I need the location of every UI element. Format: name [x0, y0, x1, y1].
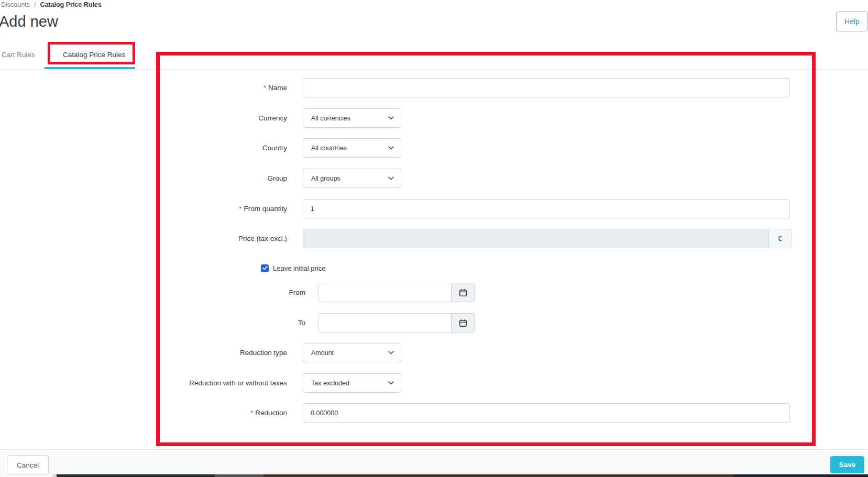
form-row-reduction: *Reduction	[0, 403, 790, 423]
calendar-icon	[459, 289, 467, 297]
from-date-input[interactable]	[318, 283, 452, 302]
reduction-type-label: Reduction type	[0, 343, 287, 362]
reduction-taxes-label: Reduction with or without taxes	[0, 373, 287, 393]
currency-suffix-addon: €	[768, 229, 792, 248]
required-asterisk: *	[250, 409, 253, 417]
save-button[interactable]: Save	[830, 456, 864, 473]
form-row-country: Country All countries	[0, 138, 401, 158]
chevron-down-icon	[388, 146, 394, 150]
group-select-value: All groups	[311, 175, 340, 182]
price-input	[303, 229, 769, 248]
chevron-down-icon	[388, 176, 394, 180]
form-row-reduction-taxes: Reduction with or without taxes Tax excl…	[0, 373, 401, 393]
tab-bar: Cart Rules Catalog Price Rules	[0, 40, 868, 70]
from-quantity-label: *From quantity	[0, 199, 287, 218]
to-date-picker-button[interactable]	[451, 313, 475, 332]
form-row-currency: Currency All currencies	[0, 108, 401, 128]
form-row-leave-initial-price: Leave initial price	[261, 263, 325, 273]
breadcrumb-parent[interactable]: Discounts	[1, 1, 30, 8]
form-row-from-quantity: *From quantity	[0, 199, 790, 218]
form-row-reduction-type: Reduction type Amount	[0, 343, 401, 362]
country-select-value: All countries	[311, 145, 347, 152]
form-row-price: Price (tax excl.) €	[0, 229, 792, 248]
leave-initial-price-label: Leave initial price	[273, 264, 325, 272]
price-input-group: €	[303, 229, 792, 248]
group-label: Group	[0, 169, 287, 188]
tab-catalog-price-rules[interactable]: Catalog Price Rules	[63, 40, 125, 69]
reduction-type-select[interactable]: Amount	[303, 343, 401, 362]
reduction-type-select-value: Amount	[311, 349, 334, 357]
from-date-label: From	[0, 283, 305, 302]
leave-initial-price-checkbox[interactable]	[261, 264, 269, 272]
breadcrumb: Discounts / Catalog Price Rules	[1, 1, 102, 8]
reduction-input[interactable]	[303, 403, 790, 423]
to-date-input[interactable]	[318, 313, 452, 332]
country-label: Country	[0, 138, 287, 158]
form-row-from-date: From	[0, 283, 475, 302]
calendar-icon	[459, 319, 467, 327]
tab-cart-rules[interactable]: Cart Rules	[2, 40, 35, 69]
name-input[interactable]	[303, 78, 790, 97]
reduction-label: *Reduction	[0, 403, 287, 423]
reduction-taxes-select[interactable]: Tax excluded	[303, 373, 401, 393]
currency-label: Currency	[0, 108, 287, 128]
page-title: Add new	[0, 13, 58, 30]
breadcrumb-separator: /	[34, 1, 36, 8]
footer-bar: Cancel Save	[0, 449, 868, 477]
form-row-group: Group All groups	[0, 169, 401, 188]
active-tab-underline	[45, 67, 135, 69]
bottom-edge-strip	[52, 474, 57, 477]
check-icon	[262, 266, 268, 270]
required-asterisk: *	[239, 205, 241, 213]
required-asterisk: *	[263, 84, 266, 92]
bottom-edge-strip	[215, 474, 263, 477]
country-select[interactable]: All countries	[303, 138, 401, 158]
bottom-edge-strip	[733, 474, 868, 477]
form-row-to-date: To	[0, 313, 475, 332]
currency-select-value: All currencies	[311, 115, 350, 122]
to-date-label: To	[0, 313, 305, 332]
form-row-name: *Name	[0, 78, 790, 97]
group-select[interactable]: All groups	[303, 169, 401, 188]
reduction-taxes-select-value: Tax excluded	[311, 380, 349, 387]
chevron-down-icon	[388, 116, 394, 120]
from-quantity-input[interactable]	[303, 199, 790, 218]
chevron-down-icon	[388, 381, 394, 385]
currency-select[interactable]: All currencies	[303, 108, 401, 128]
price-label: Price (tax excl.)	[0, 229, 287, 248]
bottom-edge-strip	[57, 474, 215, 477]
cancel-button[interactable]: Cancel	[7, 456, 49, 474]
from-date-picker-button[interactable]	[451, 283, 475, 302]
chevron-down-icon	[388, 351, 394, 354]
bottom-edge-strip	[263, 474, 733, 477]
breadcrumb-current: Catalog Price Rules	[40, 1, 101, 8]
name-label: *Name	[0, 78, 287, 97]
help-button[interactable]: Help	[836, 12, 868, 31]
